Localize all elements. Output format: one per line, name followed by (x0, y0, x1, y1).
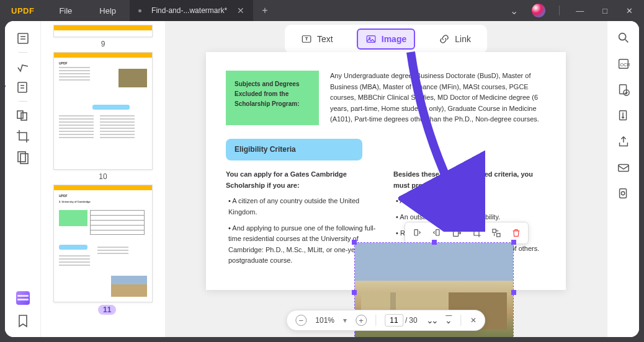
divider (461, 315, 462, 326)
svg-rect-21 (619, 189, 626, 198)
app-frame: 9 UPDF 10 UPDF (5, 21, 639, 337)
search-icon[interactable] (617, 31, 630, 45)
crop-tool-icon[interactable] (16, 129, 30, 144)
svg-rect-2 (17, 111, 23, 118)
bullet-text: • An outstanding intellectual ability. (396, 212, 546, 223)
degrees-text: Any Undergraduate degree, Business Docto… (330, 71, 546, 125)
user-avatar[interactable] (532, 4, 545, 17)
eligibility-heading: Eligibility Criteria (226, 139, 362, 160)
image-context-toolbar (405, 222, 529, 244)
thumbnail-page-9[interactable] (53, 25, 153, 37)
svg-point-22 (621, 191, 625, 195)
close-bar-icon[interactable]: ✕ (470, 316, 476, 325)
zoom-pagination-bar: − 101% ▾ + / 30 ⌄⌄ ⌄ ✕ (286, 310, 485, 331)
svg-text:OCR: OCR (620, 62, 630, 68)
left-rail (5, 21, 41, 337)
svg-rect-9 (414, 230, 418, 235)
titlebar-chevron-icon[interactable]: ⌄ (510, 5, 518, 17)
tool-label: Text (317, 34, 333, 44)
zoom-percent: 101% (315, 316, 334, 325)
bullet-text: • Academic excellence. (396, 196, 546, 207)
thumb-label: 9 (53, 40, 153, 48)
svg-rect-0 (18, 33, 28, 43)
window-maximize-button[interactable]: □ (600, 6, 610, 15)
right-rail: OCR (607, 21, 639, 337)
zoom-out-button[interactable]: − (295, 315, 306, 326)
svg-rect-17 (619, 85, 626, 94)
edit-toolbar: Text Image Link (285, 25, 487, 53)
divider (19, 101, 27, 102)
page-tool-icon[interactable] (16, 150, 30, 165)
compress-icon[interactable] (617, 109, 630, 123)
bookmark-icon[interactable] (16, 314, 30, 328)
svg-rect-11 (454, 230, 458, 237)
text-tool-button[interactable]: Text (293, 30, 341, 48)
svg-rect-20 (618, 165, 628, 172)
resize-handle[interactable] (352, 240, 357, 245)
email-icon[interactable] (617, 161, 630, 175)
reader-mode-icon[interactable] (16, 31, 30, 46)
share-icon[interactable] (617, 135, 630, 149)
app-logo: UPDF (0, 6, 45, 15)
svg-rect-13 (497, 234, 500, 237)
window-minimize-button[interactable]: — (573, 6, 586, 15)
delete-image-icon[interactable] (509, 226, 523, 240)
menu-file[interactable]: File (45, 6, 86, 15)
crop-image-icon[interactable] (470, 226, 483, 240)
svg-rect-12 (493, 229, 496, 232)
new-tab-button[interactable]: + (253, 5, 276, 16)
extract-image-icon[interactable] (450, 226, 463, 240)
comment-tool-icon[interactable] (16, 59, 30, 74)
thumb-label-active: 11 (98, 305, 116, 315)
thumbnail-page-11[interactable]: UPDF 2. University of Cambridge (53, 185, 153, 302)
replace-image-icon[interactable] (490, 226, 503, 240)
edit-tool-icon[interactable] (16, 80, 30, 95)
tool-label: Image (382, 34, 406, 44)
resize-handle[interactable] (511, 290, 516, 295)
svg-rect-1 (18, 82, 27, 92)
layers-icon[interactable] (16, 291, 30, 305)
page-number-input[interactable] (385, 314, 403, 327)
apply-heading: You can apply for a Gates Cambridge Scho… (226, 169, 378, 191)
thumbnail-page-10[interactable]: UPDF (53, 52, 153, 170)
organize-pages-icon[interactable] (16, 108, 30, 123)
svg-rect-3 (21, 113, 27, 120)
bullet-text: • A citizen of any country outside the U… (228, 196, 378, 217)
jump-last-icon[interactable]: ⌄ (445, 315, 452, 325)
titlebar: UPDF File Help Find-and-...watermark* ✕ … (0, 0, 644, 21)
excluded-degrees-box: Subjects and Degrees Excluded from the S… (226, 71, 319, 125)
link-tool-button[interactable]: Link (431, 30, 478, 48)
document-tab[interactable]: Find-and-...watermark* ✕ (130, 0, 253, 21)
thumb-label: 10 (53, 172, 153, 181)
resize-handle[interactable] (352, 290, 357, 295)
page-separator: / (405, 316, 407, 325)
svg-point-14 (619, 33, 625, 40)
menu-help[interactable]: Help (86, 6, 130, 15)
convert-icon[interactable] (617, 83, 630, 97)
svg-rect-10 (436, 230, 439, 235)
divider (19, 52, 27, 53)
document-viewport: Text Image Link Subjects and Degrees Exc… (165, 21, 607, 337)
thumbnail-panel: 9 UPDF 10 UPDF (41, 21, 165, 337)
resize-handle[interactable] (511, 240, 516, 245)
tab-indicator-icon (138, 9, 141, 12)
jump-next-icon[interactable]: ⌄⌄ (426, 315, 436, 325)
besides-heading: Besides these aforementioned criteria, y… (393, 169, 546, 191)
image-tool-button[interactable]: Image (357, 28, 415, 50)
page-input-group: / 30 (385, 314, 418, 327)
window-close-button[interactable]: ✕ (624, 6, 635, 15)
divider (375, 315, 376, 326)
rotate-left-icon[interactable] (410, 226, 424, 240)
divider (559, 6, 560, 15)
print-icon[interactable] (617, 187, 630, 201)
tool-label: Link (455, 34, 471, 44)
rotate-right-icon[interactable] (430, 226, 444, 240)
page-total: 30 (409, 316, 417, 325)
tab-title: Find-and-...watermark* (151, 6, 227, 15)
tab-close-icon[interactable]: ✕ (237, 6, 244, 15)
zoom-in-button[interactable]: + (356, 315, 367, 326)
resize-handle[interactable] (432, 240, 437, 245)
chevron-down-icon[interactable]: ▾ (343, 316, 347, 325)
ocr-icon[interactable]: OCR (617, 57, 630, 71)
